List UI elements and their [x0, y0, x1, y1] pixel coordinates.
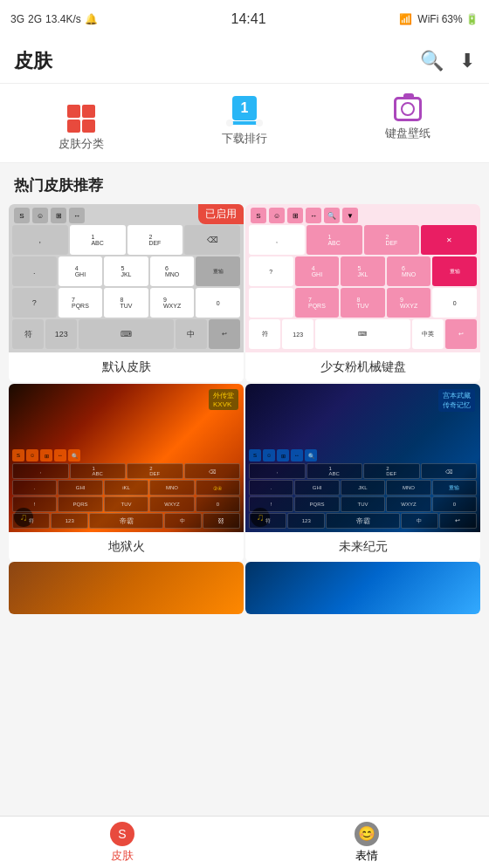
skin-item-future[interactable]: 宫本武藏传奇记忆 ♫ S ☺ ⊞ ↔ 🔍 , 1ABC 2DEF ⌫ — [245, 384, 480, 562]
skin-preview-future: 宫本武藏传奇记忆 ♫ S ☺ ⊞ ↔ 🔍 , 1ABC 2DEF ⌫ — [245, 384, 480, 532]
tab-keyboard-wallpaper[interactable]: 键盘壁纸 — [326, 84, 489, 162]
emoji-nav-icon: 😊 — [355, 822, 379, 846]
wifi-icon: 📶 — [399, 13, 412, 25]
keyboard-default-preview: S ☺ ⊞ ↔ , 1ABC 2DEF ⌫ . 4GHI 5JKL — [9, 204, 244, 352]
skin-preview-pink: S ☺ ⊞ ↔ 🔍 ▼ , 1ABC 2DEF ✕ ? 4GHI — [245, 204, 480, 352]
skin-nav-icon: S — [110, 822, 134, 846]
skin-item-default[interactable]: 已启用 S ☺ ⊞ ↔ , 1ABC 2DEF ⌫ — [9, 204, 244, 382]
section-title: 热门皮肤推荐 — [0, 163, 489, 204]
notification-icon: 🔔 — [85, 13, 98, 25]
bottom-nav: S 皮肤 😊 表情 — [0, 816, 489, 868]
keyboard-hellfire-preview: 外传堂KXVK ♫ S ☺ ⊞ ↔ 🔍 , 1ABC 2DEF ⌫ — [9, 384, 244, 532]
tab-download-rank[interactable]: 1 下载排行 — [163, 84, 327, 162]
search-button[interactable]: 🔍 — [420, 50, 444, 72]
battery-percent: WiFi 63% 🔋 — [417, 13, 479, 25]
partial-skins-row — [0, 562, 489, 616]
signal-2g: 2G — [28, 13, 42, 25]
download-button[interactable]: ⬇ — [459, 50, 475, 72]
bottom-nav-emoji[interactable]: 😊 表情 — [244, 817, 489, 868]
skin-label-hellfire: 地狱火 — [9, 532, 244, 562]
hellfire-badge: 外传堂KXVK — [209, 389, 238, 410]
tab-skin-category[interactable]: 皮肤分类 — [0, 84, 163, 162]
keyboard-future-preview: 宫本武藏传奇记忆 ♫ S ☺ ⊞ ↔ 🔍 , 1ABC 2DEF ⌫ — [245, 384, 480, 532]
status-right: 📶 WiFi 63% 🔋 — [399, 13, 479, 25]
future-badge: 宫本武藏传奇记忆 — [438, 389, 475, 412]
clock: 14:41 — [231, 11, 266, 27]
tab-skin-category-label: 皮肤分类 — [59, 136, 104, 152]
keyboard-pink-preview: S ☺ ⊞ ↔ 🔍 ▼ , 1ABC 2DEF ✕ ? 4GHI — [245, 204, 480, 352]
active-badge: 已启用 — [198, 204, 244, 224]
status-left: 3G 2G 13.4K/s 🔔 — [10, 13, 98, 25]
skin-label-pink: 少女粉机械键盘 — [245, 352, 480, 382]
status-bar: 3G 2G 13.4K/s 🔔 14:41 📶 WiFi 63% 🔋 — [0, 0, 489, 38]
skins-grid: 已启用 S ☺ ⊞ ↔ , 1ABC 2DEF ⌫ — [0, 204, 489, 562]
signal-3g: 3G — [10, 13, 24, 25]
skin-item-partial-left[interactable] — [9, 562, 244, 614]
skin-preview-partial-left — [9, 562, 244, 614]
bottom-nav-emoji-label: 表情 — [355, 848, 378, 864]
skin-preview-partial-right — [245, 562, 480, 614]
skin-category-icon — [67, 96, 95, 133]
skin-preview-default: 已启用 S ☺ ⊞ ↔ , 1ABC 2DEF ⌫ — [9, 204, 244, 352]
bottom-nav-skin-label: 皮肤 — [111, 848, 134, 864]
header-icons: 🔍 ⬇ — [420, 50, 475, 72]
network-speed: 13.4K/s — [45, 13, 81, 25]
tab-keyboard-wallpaper-label: 键盘壁纸 — [385, 126, 430, 141]
skin-item-partial-right[interactable] — [245, 562, 480, 614]
keyboard-wallpaper-icon — [393, 96, 423, 122]
skin-item-pink[interactable]: S ☺ ⊞ ↔ 🔍 ▼ , 1ABC 2DEF ✕ ? 4GHI — [245, 204, 480, 382]
tab-download-rank-label: 下载排行 — [222, 131, 267, 147]
nav-tabs: 皮肤分类 1 下载排行 键盘壁纸 — [0, 84, 489, 163]
skin-label-default: 默认皮肤 — [9, 352, 244, 382]
skin-preview-hellfire: 外传堂KXVK ♫ S ☺ ⊞ ↔ 🔍 , 1ABC 2DEF ⌫ — [9, 384, 244, 532]
bottom-nav-skin[interactable]: S 皮肤 — [0, 817, 244, 868]
page-title: 皮肤 — [14, 48, 52, 74]
header: 皮肤 🔍 ⬇ — [0, 38, 489, 84]
skin-item-hellfire[interactable]: 外传堂KXVK ♫ S ☺ ⊞ ↔ 🔍 , 1ABC 2DEF ⌫ — [9, 384, 244, 562]
download-rank-icon: 1 — [230, 96, 259, 127]
skin-label-future: 未来纪元 — [245, 532, 480, 562]
